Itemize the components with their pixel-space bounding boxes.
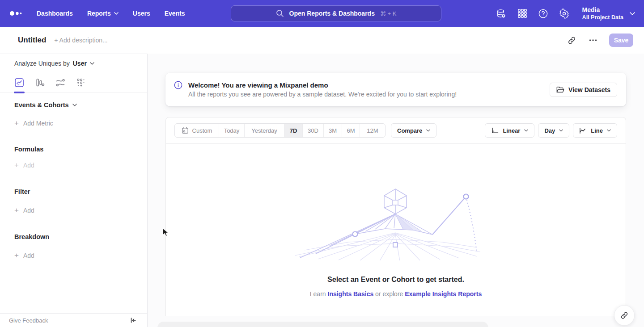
project-name: Media xyxy=(582,6,623,14)
chevron-down-icon xyxy=(426,129,430,132)
tab-retention[interactable] xyxy=(76,73,86,92)
calendar-icon xyxy=(182,127,189,134)
add-breakdown-button[interactable]: +Add xyxy=(14,252,133,259)
view-datasets-button[interactable]: View Datasets xyxy=(550,83,617,97)
nav-events[interactable]: Events xyxy=(165,10,185,17)
apps-grid-icon[interactable] xyxy=(517,8,528,19)
search-shortcut: ⌘ + K xyxy=(380,10,397,17)
global-search[interactable]: Open Reports & Dashboards ⌘ + K xyxy=(231,5,441,21)
axes-icon xyxy=(491,127,499,134)
chevron-down-icon xyxy=(90,62,94,65)
insights-basics-link[interactable]: Insights Basics xyxy=(328,290,374,298)
nav-reports[interactable]: Reports xyxy=(87,10,119,17)
copy-link-icon[interactable] xyxy=(568,36,576,45)
report-type-tabs xyxy=(0,73,147,92)
collapse-sidebar-icon[interactable] xyxy=(130,317,136,323)
chart-type-selector[interactable]: Line xyxy=(573,123,617,138)
mouse-cursor xyxy=(162,228,169,237)
empty-state-illustration xyxy=(295,187,483,260)
scale-selector[interactable]: Linear xyxy=(485,123,534,138)
add-description[interactable]: + Add description... xyxy=(54,37,107,44)
query-builder-sidebar: Analyze Uniques by User Events & Cohorts xyxy=(0,54,148,327)
banner-subtitle: All the reports you see are powered by a… xyxy=(188,91,457,98)
search-placeholder: Open Reports & Dashboards xyxy=(289,10,375,17)
empty-state-caption: Learn Insights Basics or explore Example… xyxy=(166,290,626,298)
range-3m[interactable]: 3M xyxy=(323,124,342,137)
settings-gear-icon[interactable] xyxy=(559,8,570,19)
range-yesterday[interactable]: Yesterday xyxy=(244,124,284,137)
range-custom[interactable]: Custom xyxy=(175,124,219,137)
report-header: Untitled + Add description... Save xyxy=(0,27,644,54)
filter-section: Filter xyxy=(14,188,133,195)
tab-funnels[interactable] xyxy=(34,73,45,92)
project-switcher[interactable]: Media All Project Data xyxy=(582,6,623,21)
line-chart-icon xyxy=(579,127,587,134)
interval-selector[interactable]: Day xyxy=(538,123,569,138)
formulas-section: Formulas xyxy=(14,146,133,153)
link-icon xyxy=(620,311,628,319)
more-options-icon[interactable] xyxy=(589,36,597,45)
top-navbar: Dashboards Reports Users Events Open Rep… xyxy=(0,0,644,27)
analyze-value[interactable]: User xyxy=(73,60,87,67)
range-6m[interactable]: 6M xyxy=(342,124,360,137)
bottom-panel-edge xyxy=(157,322,488,327)
chevron-down-icon xyxy=(524,129,528,132)
breakdown-section: Breakdown xyxy=(14,233,133,240)
project-scope: All Project Data xyxy=(582,14,623,21)
search-icon xyxy=(276,9,284,17)
chevron-down-icon xyxy=(559,129,563,132)
banner-title: Welcome! You are viewing a Mixpanel demo xyxy=(188,81,457,89)
chevron-down-icon xyxy=(607,129,611,132)
give-feedback-link[interactable]: Give Feedback xyxy=(9,317,48,324)
range-7d[interactable]: 7D xyxy=(284,124,302,137)
help-icon[interactable] xyxy=(538,8,549,19)
compare-button[interactable]: Compare xyxy=(391,123,436,138)
add-formula-button[interactable]: +Add xyxy=(14,161,133,169)
info-icon xyxy=(174,81,182,89)
tab-insights[interactable] xyxy=(14,73,25,92)
range-12m[interactable]: 12M xyxy=(360,124,385,137)
empty-state-title: Select an Event or Cohort to get started… xyxy=(166,276,626,284)
nav-dashboards[interactable]: Dashboards xyxy=(37,10,73,17)
range-today[interactable]: Today xyxy=(219,124,244,137)
add-metric-button[interactable]: +Add Metric xyxy=(14,119,133,127)
add-filter-button[interactable]: +Add xyxy=(14,206,133,214)
example-insights-reports-link[interactable]: Example Insights Reports xyxy=(405,290,482,298)
range-30d[interactable]: 30D xyxy=(302,124,323,137)
analyze-uniques-row[interactable]: Analyze Uniques by User xyxy=(0,54,147,73)
demo-banner: Welcome! You are viewing a Mixpanel demo… xyxy=(165,73,626,106)
folder-icon xyxy=(556,86,564,93)
chevron-down-icon xyxy=(114,12,119,15)
chart-toolbar: Custom Today Yesterday 7D 30D 3M 6M 12M … xyxy=(166,117,626,144)
share-link-fab[interactable] xyxy=(614,305,635,326)
report-title[interactable]: Untitled xyxy=(18,36,46,45)
report-canvas: Welcome! You are viewing a Mixpanel demo… xyxy=(148,54,644,327)
nav-users[interactable]: Users xyxy=(133,10,150,17)
events-cohorts-section[interactable]: Events & Cohorts xyxy=(14,101,133,109)
date-range-control: Custom Today Yesterday 7D 30D 3M 6M 12M xyxy=(174,123,386,138)
insights-chart-card: Custom Today Yesterday 7D 30D 3M 6M 12M … xyxy=(165,117,626,316)
chevron-down-icon xyxy=(630,12,635,15)
mixpanel-logo[interactable] xyxy=(10,11,22,16)
save-button[interactable]: Save xyxy=(609,34,633,47)
data-management-icon[interactable] xyxy=(496,8,507,19)
tab-flows[interactable] xyxy=(55,73,66,92)
chevron-down-icon xyxy=(72,104,77,106)
